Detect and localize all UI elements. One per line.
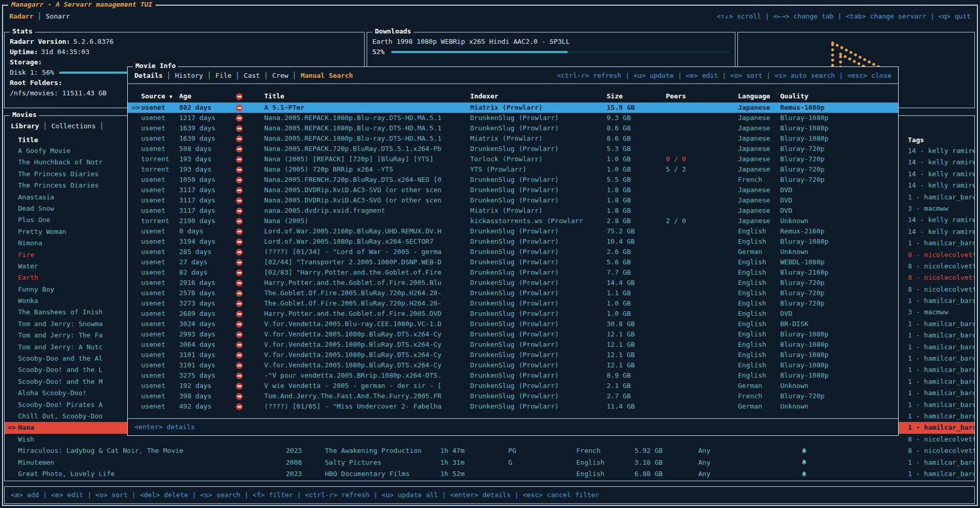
search-result-row[interactable]: usenet 3117 days Nana.2005.DVDRip.XviD.A… xyxy=(128,195,898,206)
movie-year: 2023 xyxy=(286,445,325,456)
search-result-row[interactable]: usenet 3024 days V.for.Vendetta.2005.Blu… xyxy=(128,319,898,329)
search-result-row[interactable]: usenet 192 days V wie Vendetta - 2005 - … xyxy=(128,381,898,391)
movie-row[interactable]: Great Photo, Lovely Life 2023 HBO Docume… xyxy=(5,468,974,480)
search-result-row[interactable]: usenet 2993 days V.for.Vendetta.2005.108… xyxy=(128,329,898,340)
movie-runtime: 1h 52m xyxy=(440,468,508,480)
release-source: usenet xyxy=(141,185,179,195)
tab-cast[interactable]: Cast xyxy=(244,67,260,84)
search-result-row[interactable]: usenet 1639 days Nana.2005.REPACK.1080p.… xyxy=(128,133,898,144)
search-result-row[interactable]: usenet 492 days (????) [01/65] - "Miss U… xyxy=(128,401,898,412)
release-size: 1.0 GB xyxy=(607,154,666,164)
search-result-row[interactable]: usenet 3117 days nana.2005.dvdrip.xvid.f… xyxy=(128,206,898,216)
search-result-row[interactable]: usenet 82 days [02/83] "Harry.Potter.and… xyxy=(128,267,898,278)
tab-separator: │ xyxy=(38,12,42,20)
tab-history[interactable]: History xyxy=(175,67,203,84)
release-size: 1.8 GB xyxy=(607,195,666,206)
release-size: 5.5 GB xyxy=(607,175,666,185)
rejected-icon xyxy=(236,393,243,400)
rejected-icon xyxy=(236,239,243,245)
download-item-name: Earth 1998 1080p WEBRip x265 Hindi AAC2.… xyxy=(372,37,570,47)
search-result-row[interactable]: torrent 193 days Nana (2005) 720p BRRip … xyxy=(128,164,898,175)
tab-library[interactable]: Library xyxy=(11,122,39,130)
release-rejection xyxy=(236,267,264,278)
search-result-row[interactable]: usenet 398 days Tom.And.Jerry.The.Fast.A… xyxy=(128,391,898,401)
movie-tag: 1 - hamilcar_barca xyxy=(908,342,974,353)
release-language: Japanese xyxy=(738,123,780,133)
rejected-icon xyxy=(236,269,243,276)
tab-radarr[interactable]: Radarr xyxy=(9,12,33,20)
release-indexer: DrunkenSlug (Prowlarr) xyxy=(470,340,607,350)
release-rejection xyxy=(236,340,264,350)
release-size: 15.9 GB xyxy=(607,103,666,113)
search-result-row[interactable]: usenet 3273 days The.Goblet.Of.Fire.2005… xyxy=(128,298,898,309)
release-title: V wie Vendetta - 2005 - german - der sir… xyxy=(264,381,470,391)
movie-tag: 1 - hamilcar_barca xyxy=(908,399,974,411)
version-label: Radarr Version: xyxy=(10,37,70,47)
release-indexer: DrunkenSlug (Prowlarr) xyxy=(470,401,607,412)
search-result-row[interactable]: usenet 1639 days Nana.2005.REPACK.1080p.… xyxy=(128,123,898,133)
movie-row[interactable]: Miraculous: Ladybug & Cat Noir, The Movi… xyxy=(5,445,974,456)
release-age: 1059 days xyxy=(179,175,236,185)
release-quality: Bluray-1080p xyxy=(780,340,898,350)
release-indexer: DrunkenSlug (Prowlarr) xyxy=(470,309,607,319)
release-source: usenet xyxy=(141,401,179,412)
release-indexer: DrunkenSlug (Prowlarr) xyxy=(470,370,607,381)
movie-tag: 1 - hamilcar_barca xyxy=(908,330,974,341)
tab-manual-search[interactable]: Manual Search xyxy=(301,67,353,84)
release-quality: Bluray-1080p xyxy=(780,133,898,144)
tab-separator: │ xyxy=(100,122,104,130)
release-quality: Bluray-720p xyxy=(780,164,898,175)
tab-crew[interactable]: Crew xyxy=(272,67,288,84)
movie-rating: PG xyxy=(508,445,576,456)
release-source: usenet xyxy=(141,113,179,123)
sort-desc-icon[interactable]: ▼ xyxy=(169,94,173,99)
search-result-row[interactable]: usenet 1217 days Nana.2005.REPACK.1080p.… xyxy=(128,113,898,123)
movie-row[interactable]: Minutemen 2008 Salty Pictures 1h 31m G E… xyxy=(5,457,974,468)
movie-year: 2008 xyxy=(286,457,325,468)
release-source: usenet xyxy=(141,144,179,154)
tab-sonarr[interactable]: Sonarr xyxy=(46,12,70,20)
search-result-row[interactable]: usenet 2576 days The.Goblet.Of.Fire.2005… xyxy=(128,288,898,298)
release-language: English xyxy=(738,319,780,329)
search-result-row[interactable]: torrent 193 days Nana (2005) [REPACK] [7… xyxy=(128,154,898,164)
release-quality: Bluray-1080p xyxy=(780,370,898,381)
search-result-row[interactable]: usenet 2689 days Harry.Potter.and.the.Go… xyxy=(128,309,898,319)
tab-file[interactable]: File xyxy=(215,67,231,84)
release-quality: Unknown xyxy=(780,381,898,391)
release-age: 2190 days xyxy=(179,216,236,226)
search-result-row[interactable]: torrent 2190 days Nana (2005) kickasstor… xyxy=(128,216,898,226)
selection-marker: => xyxy=(128,103,141,113)
movie-tag: 1 - hamilcar_barca xyxy=(908,318,974,330)
search-result-row[interactable]: => usenet 802 days A 5.1-PTer Miatrix (P… xyxy=(128,103,898,113)
search-result-row[interactable]: usenet 3101 days V.for.Vendetta.2005.108… xyxy=(128,360,898,370)
rejected-icon xyxy=(236,197,243,204)
tab-collections[interactable]: Collections xyxy=(51,122,96,130)
search-result-row[interactable]: usenet 285 days (????) [01/34] - "Lord o… xyxy=(128,247,898,257)
search-result-row[interactable]: usenet 3101 days V.for.Vendetta.2005.108… xyxy=(128,350,898,360)
selection-marker: => xyxy=(5,422,18,433)
release-language: English xyxy=(738,340,780,350)
search-result-row[interactable]: usenet 0 days Lord.of.War.2005.2160p.Blu… xyxy=(128,226,898,236)
movie-tag: 3 - macmww xyxy=(908,307,974,318)
search-result-row[interactable]: usenet 2916 days Harry.Potter.and.the.Go… xyxy=(128,278,898,288)
movie-info-modal: Movie Info Details│History│File│Cast│Cre… xyxy=(127,66,899,436)
release-source: usenet xyxy=(141,329,179,340)
rejection-column-header xyxy=(236,90,264,103)
search-result-row[interactable]: usenet 3194 days Lord.of.War.2005.1080p.… xyxy=(128,236,898,247)
search-result-row[interactable]: usenet 3275 days -"V pour vendetta.2005.… xyxy=(128,370,898,381)
search-result-row[interactable]: usenet 3117 days Nana.2005.DVDRip.XviD.A… xyxy=(128,185,898,195)
release-size: 1.8 GB xyxy=(607,185,666,195)
rejected-icon xyxy=(236,403,243,410)
rejected-icon xyxy=(236,342,243,348)
rejected-icon xyxy=(236,362,243,369)
search-result-row[interactable]: usenet 3064 days V.for.Vendetta.2005.108… xyxy=(128,340,898,350)
release-indexer: DrunkenSlug (Prowlarr) xyxy=(470,350,607,360)
movie-size: 6.88 GB xyxy=(634,468,698,480)
release-language: Japanese xyxy=(738,154,780,164)
search-result-row[interactable]: usenet 27 days [02/44] "Transporter 2.20… xyxy=(128,257,898,267)
release-age: 1639 days xyxy=(179,123,236,133)
release-title: The.Goblet.Of.Fire.2005.BluRay.720p.H264… xyxy=(264,288,470,298)
search-result-row[interactable]: usenet 1059 days Nana.2005.FRENCH.720p.B… xyxy=(128,175,898,185)
search-result-row[interactable]: usenet 508 days Nana.2005.REPACK.720p.Bl… xyxy=(128,144,898,154)
release-title: Tom.And.Jerry.The.Fast.And.The.Furry.200… xyxy=(264,391,470,401)
